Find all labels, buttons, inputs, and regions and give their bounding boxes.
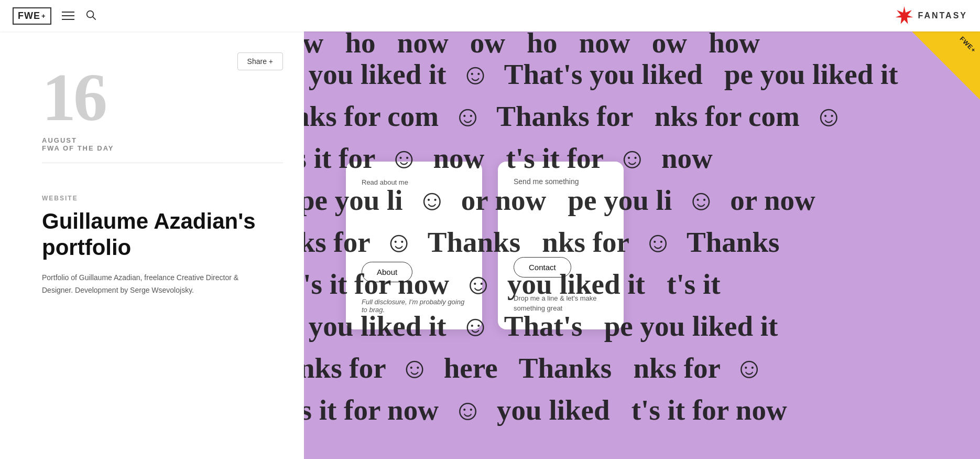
divider (42, 163, 283, 163)
preview-area: ow ho now ow ho now ow how pe you liked … (304, 31, 980, 459)
bg-text-row-10: t's it for now ☺ you liked t's it for no… (304, 393, 787, 426)
bg-text-row-9: nks for ☺ here Thanks nks for ☺ (304, 351, 764, 385)
fwa-label: FWA OF THE DAY (42, 144, 283, 152)
info-panel: Share + 16 AUGUST FWA OF THE DAY WEBSITE… (0, 31, 304, 459)
fwa-badge-container: FWE+ (912, 31, 980, 100)
bg-text-row-1: ow ho now ow ho now ow how (304, 31, 775, 59)
header: FWE+ FANTASY (0, 0, 980, 31)
header-right: FANTASY (895, 6, 967, 25)
search-icon[interactable] (85, 9, 96, 23)
bg-text-row-7: t's it for now ☺ you liked it t's it (304, 268, 720, 301)
hamburger-menu-icon[interactable] (62, 12, 74, 20)
section-label: WEBSITE (42, 195, 283, 202)
bg-text-row-5: pe you li ☺ or now pe you li ☺ or now (304, 184, 815, 217)
svg-line-1 (93, 17, 95, 19)
main-content: Share + 16 AUGUST FWA OF THE DAY WEBSITE… (0, 31, 980, 459)
bg-text-row-2: pe you liked it ☺ That's you liked pe yo… (304, 58, 898, 91)
bg-text-row-3: nks for com ☺ Thanks for nks for com ☺ (304, 100, 844, 133)
fwe-logo-plus: + (41, 12, 46, 20)
fantasy-star-icon (895, 6, 914, 25)
header-left: FWE+ (13, 7, 96, 25)
fwe-logo[interactable]: FWE+ (13, 7, 51, 25)
fwe-logo-text: FWE (18, 10, 40, 22)
bg-text-row-8: pe you liked it ☺ That's pe you liked it (304, 309, 778, 343)
share-button[interactable]: Share + (237, 52, 283, 70)
background-text-container: ow ho now ow ho now ow how pe you liked … (304, 31, 980, 459)
site-description: Portfolio of Guillaume Azadian, freelanc… (42, 272, 241, 297)
fantasy-logo[interactable]: FANTASY (895, 6, 967, 25)
date-number: 16 (42, 63, 283, 131)
fantasy-label: FANTASY (918, 11, 967, 20)
date-month: AUGUST (42, 136, 283, 144)
bg-text-row-4: t's it for ☺ now t's it for ☺ now (304, 142, 713, 175)
bg-text-row-6: nks for ☺ Thanks nks for ☺ Thanks (304, 226, 794, 259)
site-title: Guillaume Azadian's portfolio (42, 208, 283, 261)
